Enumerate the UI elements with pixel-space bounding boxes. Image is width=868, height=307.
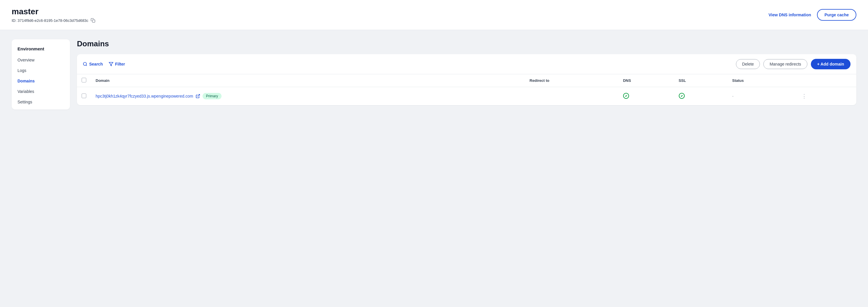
row-checkbox[interactable] xyxy=(82,94,86,98)
ssl-check-icon xyxy=(679,93,685,99)
row-domain-cell: hpc3tj0kh1zk4qyr7fczyed33.js.wpenginepow… xyxy=(91,87,525,105)
filter-button[interactable]: Filter xyxy=(109,62,125,66)
page-header: master ID: 3714f9d6-e2c6-8195-1e78-06c3d… xyxy=(0,0,868,30)
row-checkbox-cell xyxy=(77,87,91,105)
sidebar-item-domains[interactable]: Domains xyxy=(12,76,70,86)
search-icon xyxy=(83,62,88,66)
row-ssl-cell xyxy=(674,87,727,105)
svg-rect-0 xyxy=(92,20,95,23)
more-options-button[interactable]: ⋮ xyxy=(799,92,809,101)
delete-button[interactable]: Delete xyxy=(736,59,760,69)
row-actions-cell: ⋮ xyxy=(795,87,856,105)
sidebar: Environment Overview Logs Domains Variab… xyxy=(12,39,70,109)
row-redirect-cell xyxy=(525,87,619,105)
header-left: master ID: 3714f9d6-e2c6-8195-1e78-06c3d… xyxy=(12,7,95,23)
column-domain: Domain xyxy=(91,74,525,87)
filter-icon xyxy=(109,62,113,66)
content-area: Domains Search xyxy=(77,39,856,109)
copy-icon[interactable] xyxy=(91,18,95,23)
main-content: Environment Overview Logs Domains Variab… xyxy=(0,30,868,119)
domains-table: Domain Redirect to DNS SSL Status xyxy=(77,74,856,105)
primary-badge: Primary xyxy=(203,93,221,99)
select-all-checkbox[interactable] xyxy=(82,78,86,82)
domain-link[interactable]: hpc3tj0kh1zk4qyr7fczyed33.js.wpenginepow… xyxy=(96,94,193,98)
filter-label: Filter xyxy=(115,62,125,66)
sidebar-item-logs[interactable]: Logs xyxy=(12,65,70,76)
toolbar-right: Delete Manage redirects + Add domain xyxy=(736,59,850,69)
column-redirect-to: Redirect to xyxy=(525,74,619,87)
status-dash: - xyxy=(732,94,734,98)
search-label: Search xyxy=(89,62,103,66)
row-status-cell: - xyxy=(727,87,795,105)
svg-marker-3 xyxy=(109,62,113,66)
domain-cell: hpc3tj0kh1zk4qyr7fczyed33.js.wpenginepow… xyxy=(96,93,520,99)
column-dns: DNS xyxy=(618,74,674,87)
id-text: ID: 3714f9d6-e2c6-8195-1e78-06c3d75d683c xyxy=(12,19,88,23)
column-status: Status xyxy=(727,74,795,87)
sidebar-section-title: Environment xyxy=(12,42,70,55)
purge-cache-button[interactable]: Purge cache xyxy=(817,9,856,21)
add-domain-button[interactable]: + Add domain xyxy=(811,59,850,69)
sidebar-item-overview[interactable]: Overview xyxy=(12,55,70,65)
column-ssl: SSL xyxy=(674,74,727,87)
manage-redirects-button[interactable]: Manage redirects xyxy=(763,59,807,69)
toolbar: Search Filter Delete Manage redirects xyxy=(77,54,856,74)
dns-check-icon xyxy=(623,93,629,99)
search-button[interactable]: Search xyxy=(83,62,103,66)
header-right: View DNS information Purge cache xyxy=(769,9,856,21)
site-title: master xyxy=(12,7,95,16)
sidebar-item-settings[interactable]: Settings xyxy=(12,97,70,107)
table-row: hpc3tj0kh1zk4qyr7fczyed33.js.wpenginepow… xyxy=(77,87,856,105)
page-title: Domains xyxy=(77,39,856,48)
site-id: ID: 3714f9d6-e2c6-8195-1e78-06c3d75d683c xyxy=(12,18,95,23)
external-link-icon[interactable] xyxy=(195,94,200,98)
svg-point-1 xyxy=(83,62,87,66)
header-checkbox-cell xyxy=(77,74,91,87)
row-dns-cell xyxy=(618,87,674,105)
view-dns-link[interactable]: View DNS information xyxy=(769,12,811,17)
toolbar-left: Search Filter xyxy=(83,62,125,66)
svg-line-2 xyxy=(86,65,87,66)
column-actions xyxy=(795,74,856,87)
sidebar-item-variables[interactable]: Variables xyxy=(12,86,70,97)
domains-card: Search Filter Delete Manage redirects xyxy=(77,54,856,105)
svg-line-4 xyxy=(197,94,199,96)
